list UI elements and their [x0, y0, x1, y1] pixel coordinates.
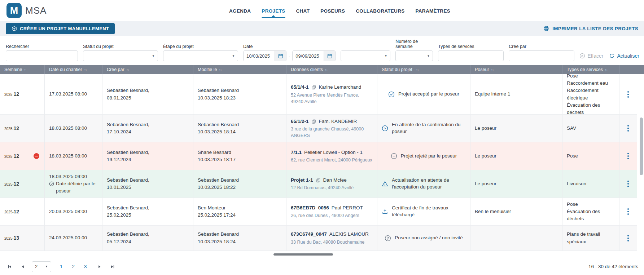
- last-page-button[interactable]: [109, 263, 117, 271]
- kebab-menu-icon[interactable]: [625, 89, 631, 100]
- next-page-button[interactable]: [96, 263, 104, 271]
- project-ref: 673C6749_0047: [291, 231, 327, 238]
- statut-cell: En attente de la confirmation du poseur: [377, 115, 470, 142]
- printer-icon: [543, 25, 549, 32]
- print-projects-link[interactable]: IMPRIMER LA LISTE DES PROJETS: [543, 25, 638, 32]
- kebab-menu-icon[interactable]: [625, 151, 631, 161]
- row-menu-cell: [619, 115, 637, 142]
- date-from-field: [243, 50, 286, 61]
- kebab-menu-icon[interactable]: [625, 178, 631, 189]
- types-cell: Pose: [562, 142, 619, 170]
- poseur-cell: Ben le menuisier: [470, 198, 562, 226]
- clear-filters-label: Effacer: [587, 53, 603, 59]
- service-types-label: Types de services: [438, 44, 504, 49]
- table-row: 2025-12 20.03.2025 08:00 Sebastien Besna…: [0, 198, 644, 226]
- date-chantier-cell: 18.03.2025 09:00 Date définie par le pos…: [45, 170, 102, 198]
- date-chantier-cell: 24.03.2025 00:00: [45, 226, 102, 251]
- stage-select[interactable]: ▼: [163, 50, 238, 61]
- certificate-upload-icon: [382, 208, 388, 215]
- column-header-modifie-le[interactable]: Modifié le↑↓: [193, 65, 286, 74]
- kebab-menu-icon[interactable]: [625, 233, 631, 244]
- service-types-input[interactable]: [438, 50, 504, 61]
- column-header-types[interactable]: Types de services↑↓: [562, 65, 619, 74]
- horizontal-scrollbar-thumb[interactable]: [273, 253, 333, 256]
- column-header-donnees-clients[interactable]: Données clients↑↓: [286, 65, 377, 74]
- nav-item-projets[interactable]: PROJETS: [262, 1, 285, 20]
- caret-down-icon: ▼: [384, 54, 387, 58]
- first-page-button[interactable]: [6, 263, 14, 271]
- column-header-statut[interactable]: Statut du projet↑↓: [377, 65, 470, 74]
- app-logo: M: [6, 3, 22, 18]
- calendar-icon[interactable]: [324, 51, 335, 61]
- status-select[interactable]: ▼: [83, 50, 158, 61]
- donnees-clients-cell: 67B6EB7D_0056Paul PERROT 26, rue des Dun…: [286, 198, 377, 226]
- poseur-cell: Le poseur: [470, 142, 562, 170]
- nav-item-chat[interactable]: CHAT: [296, 1, 310, 20]
- table-row: 2025-13 24.03.2025 00:00 Sebastien Besna…: [0, 226, 644, 251]
- nav-item-agenda[interactable]: AGENDA: [229, 1, 251, 20]
- refresh-button[interactable]: Actualiser: [609, 53, 639, 59]
- statut-cell: Projet accepté par le poseur: [377, 74, 470, 115]
- date-to-input[interactable]: [293, 51, 324, 61]
- date-separator: -: [289, 53, 290, 59]
- created-by-label: Créé par: [509, 44, 574, 49]
- modifie-le-cell: Sebastien Besnard10.03.2025 18:24: [193, 226, 286, 251]
- column-header-cree-par[interactable]: Créé par↑↓: [102, 65, 193, 74]
- date-from-input[interactable]: [244, 51, 275, 61]
- types-cell: Pose Évacuation des déchets: [562, 198, 619, 226]
- filter-service-types: Types de services: [438, 44, 504, 61]
- page-select[interactable]: 2▼: [32, 261, 51, 272]
- horizontal-scroll-zone: [0, 251, 644, 258]
- date-chantier-cell: 17.03.2025 08:00: [45, 74, 102, 115]
- copy-icon[interactable]: [316, 178, 321, 183]
- copy-icon[interactable]: [311, 119, 316, 124]
- row-menu-cell: [619, 74, 637, 115]
- client-address: 62, rue Clement Marot, 24000 Périgueux: [291, 157, 373, 163]
- types-cell: Plans de travail spéciaux: [562, 226, 619, 251]
- kebab-menu-icon[interactable]: [625, 206, 631, 217]
- column-header-poseur[interactable]: Poseur↑↓: [470, 65, 562, 74]
- modifie-le-cell: Sebastien Besnard10.03.2025 18:22: [193, 170, 286, 198]
- toolbar: CRÉER UN PROJET MANUELLEMENT IMPRIMER LA…: [0, 21, 644, 36]
- nav-item-parametres[interactable]: PARAMÈTRES: [416, 1, 451, 20]
- date-set-check-icon: [49, 180, 54, 186]
- nav-item-poseurs[interactable]: POSEURS: [320, 1, 345, 20]
- stage-label: Étape du projet: [163, 44, 238, 49]
- status-label: Statut du projet: [83, 44, 158, 49]
- kebab-menu-icon[interactable]: [625, 123, 631, 134]
- types-cell: Pose Raccordement eau Raccordement élect…: [562, 74, 619, 115]
- page-number-2[interactable]: 2: [72, 264, 75, 269]
- calendar-icon[interactable]: [275, 51, 286, 61]
- cube-icon: [12, 26, 17, 31]
- client-address: 52 Avenue Pierre Mendès France, 49240 Av…: [291, 92, 373, 105]
- date-note-text: Date définie par le poseur: [56, 180, 98, 195]
- caret-down-icon: ▼: [232, 54, 235, 58]
- week-cell: 2025-12: [0, 170, 28, 198]
- copy-icon[interactable]: [311, 85, 316, 90]
- project-ref: 65/1/2-1: [291, 118, 309, 125]
- caret-down-icon: ▼: [152, 54, 155, 58]
- date-chantier-cell: 18.03.2025 08:00: [45, 142, 102, 170]
- search-input[interactable]: [6, 50, 78, 61]
- minus-circle-icon: [391, 153, 397, 159]
- alert-cell: [28, 142, 45, 170]
- previous-page-button[interactable]: [19, 263, 27, 271]
- extra-select[interactable]: ▼: [341, 50, 390, 61]
- nav-item-collaborateurs[interactable]: COLLABORATEURS: [356, 1, 404, 20]
- search-label: Rechercher: [6, 44, 78, 49]
- sort-icons: ↑↓: [416, 67, 419, 72]
- vertical-scrollbar-thumb[interactable]: [640, 117, 643, 175]
- clock-icon: [382, 125, 388, 132]
- created-by-input[interactable]: [509, 50, 574, 61]
- donnees-clients-cell: 7/1.1Pelletier Lowell - Option - 1 62, r…: [286, 142, 377, 170]
- column-header-date-chantier[interactable]: Date du chantier↑↓: [45, 65, 102, 74]
- column-header-semaine[interactable]: Semaine↑: [0, 65, 28, 74]
- create-project-button[interactable]: CRÉER UN PROJET MANUELLEMENT: [6, 23, 115, 34]
- sort-icons: ↑↓: [126, 67, 129, 72]
- clear-filters-button[interactable]: Effacer: [579, 53, 603, 59]
- page-number-3[interactable]: 3: [84, 264, 87, 269]
- filter-stage: Étape du projet ▼: [163, 44, 238, 61]
- week-select[interactable]: ▼: [395, 50, 433, 61]
- cree-par-cell: Sebastien Besnard,10.01.2025: [102, 170, 193, 198]
- page-number-1[interactable]: 1: [60, 264, 63, 269]
